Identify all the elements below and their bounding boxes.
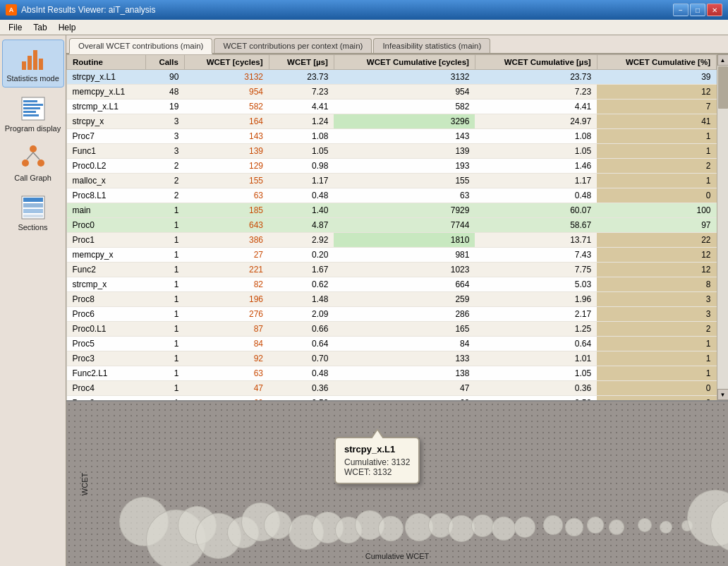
svg-rect-9 [23, 114, 39, 116]
svg-rect-17 [23, 203, 43, 207]
table-row[interactable]: Proc51840.64840.641 [67, 337, 717, 351]
table-cell: 87 [184, 322, 269, 337]
tab-infeasibility[interactable]: Infeasibility statistics (main) [373, 38, 490, 53]
table-cell: 1 [145, 366, 184, 381]
table-row[interactable]: Proc31920.701331.011 [67, 351, 717, 366]
table-cell: 60.07 [475, 203, 597, 218]
table-cell: 139 [184, 144, 269, 159]
table-cell: 1.17 [475, 174, 597, 188]
table-cell: Func2 [67, 263, 146, 277]
svg-rect-3 [39, 59, 43, 70]
tooltip-cumulative: Cumulative: 3132 [344, 457, 410, 467]
table-cell: 954 [184, 85, 269, 100]
table-cell: Proc8 [67, 292, 146, 307]
sidebar-item-statistics[interactable]: Statistics mode [2, 40, 64, 88]
table-cell: 4.87 [269, 218, 334, 233]
menu-file[interactable]: File [3, 21, 28, 34]
table-row[interactable]: Func2.L11630.481381.051 [67, 366, 717, 381]
table-cell: 1 [145, 307, 184, 322]
scrollbar-down-button[interactable]: ▼ [717, 389, 729, 400]
scrollbar-track[interactable] [717, 66, 729, 389]
table-row[interactable]: Func131391.051391.051 [67, 144, 717, 159]
table-cell: 7.23 [475, 85, 597, 100]
menu-help[interactable]: Help [53, 21, 82, 34]
table-cell: Proc0.L1 [67, 322, 146, 337]
table-cell: malloc_x [67, 174, 146, 188]
col-cumul-cycles: WCET Cumulative [cycles] [334, 55, 475, 70]
sidebar-item-program[interactable]: Program display [2, 90, 64, 137]
table-row[interactable]: Proc811961.482591.963 [67, 292, 717, 307]
table-cell: 12 [597, 263, 716, 277]
table-cell: 386 [184, 233, 269, 248]
table-row[interactable]: strcmp_x.L1195824.415824.417 [67, 100, 717, 114]
content-area: Overall WCET contributions (main) WCET c… [66, 35, 728, 566]
table-row[interactable]: Proc016434.87774458.6797 [67, 218, 717, 233]
table-cell: 1 [597, 351, 716, 366]
table-cell: 133 [334, 351, 475, 366]
table-cell: 193 [334, 159, 475, 174]
scrollbar-thumb[interactable] [718, 66, 728, 109]
table-cell: 0.20 [269, 248, 334, 263]
table-row[interactable]: Proc41470.36470.360 [67, 381, 717, 396]
table-cell: 100 [597, 203, 716, 218]
table-cell: 3 [145, 129, 184, 144]
table-cell: 0.48 [475, 188, 597, 203]
table-cell: strcmp_x.L1 [67, 100, 146, 114]
table-cell: 1.40 [269, 203, 334, 218]
table-scrollbar[interactable]: ▲ ▼ [717, 54, 728, 400]
table-cell: 7744 [334, 218, 475, 233]
table-cell: 1 [145, 277, 184, 292]
table-cell: 1 [145, 351, 184, 366]
table-row[interactable]: strcmp_x1820.626645.038 [67, 277, 717, 292]
table-row[interactable]: memcpy_x.L1489547.239547.2312 [67, 85, 717, 100]
table-cell: 1.08 [475, 129, 597, 144]
tab-overall[interactable]: Overall WCET contributions (main) [69, 38, 212, 54]
table-cell: Proc6 [67, 307, 146, 322]
table-row[interactable]: Proc113862.92181013.7122 [67, 233, 717, 248]
graph-bubble [543, 515, 563, 535]
maximize-button[interactable]: □ [690, 4, 705, 16]
table-row[interactable]: Func212211.6710237.7512 [67, 263, 717, 277]
svg-line-13 [27, 152, 33, 159]
table-cell: 84 [334, 337, 475, 351]
table-cell: 155 [334, 174, 475, 188]
sidebar-item-sections[interactable]: Sections [2, 189, 64, 236]
table-cell: 3132 [184, 70, 269, 85]
table-row[interactable]: Proc731431.081431.081 [67, 129, 717, 144]
table-cell: 82 [184, 277, 269, 292]
table-row[interactable]: strcpy_x31641.24329624.9741 [67, 114, 717, 129]
table-row[interactable]: Proc0.L11870.661651.252 [67, 322, 717, 337]
table-row[interactable]: main11851.40792960.07100 [67, 203, 717, 218]
table-cell: memcpy_x [67, 248, 146, 263]
table-cell: 1023 [334, 263, 475, 277]
table-row[interactable]: Proc0.L221290.981931.462 [67, 159, 717, 174]
minimize-button[interactable]: − [673, 4, 688, 16]
table-cell: 1.25 [475, 322, 597, 337]
table-cell: 582 [334, 100, 475, 114]
sidebar-item-callgraph[interactable]: Call Graph [2, 140, 64, 186]
tab-percontext[interactable]: WCET contributions per context (main) [214, 38, 372, 53]
table-cell: 7.23 [269, 85, 334, 100]
table-row[interactable]: malloc_x21551.171551.171 [67, 174, 717, 188]
svg-rect-18 [23, 209, 43, 213]
menu-tab[interactable]: Tab [28, 21, 52, 34]
table-cell: 47 [334, 381, 475, 396]
close-button[interactable]: ✕ [707, 4, 722, 16]
table-row[interactable]: Proc8.L12630.48630.480 [67, 188, 717, 203]
table-cell: 1.96 [475, 292, 597, 307]
graph-bubble [660, 521, 672, 534]
call-graph-icon [19, 144, 47, 172]
table-row[interactable]: memcpy_x1270.209817.4312 [67, 248, 717, 263]
table-cell: 2.92 [269, 233, 334, 248]
table-cell: 1 [145, 263, 184, 277]
table-scroll[interactable]: Routine Calls WCET [cycles] WCET [µs] WC… [66, 54, 717, 400]
table-cell: 0.98 [269, 159, 334, 174]
table-row[interactable]: strcpy_x.L190313223.73313223.7339 [67, 70, 717, 85]
main-layout: Statistics mode Program display [0, 35, 728, 566]
table-cell: 8 [597, 277, 716, 292]
table-cell: 1 [145, 203, 184, 218]
table-row[interactable]: Proc612762.092862.173 [67, 307, 717, 322]
scrollbar-up-button[interactable]: ▲ [717, 54, 729, 66]
svg-rect-8 [23, 111, 36, 113]
svg-rect-19 [23, 215, 43, 217]
